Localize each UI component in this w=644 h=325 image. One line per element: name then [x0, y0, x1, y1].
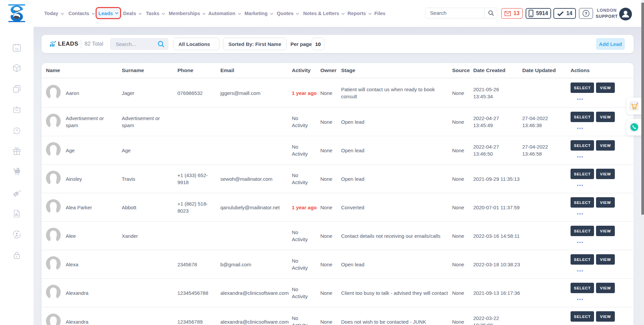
svg-text:?: ?: [585, 11, 587, 16]
svg-text:12: 12: [15, 47, 18, 51]
